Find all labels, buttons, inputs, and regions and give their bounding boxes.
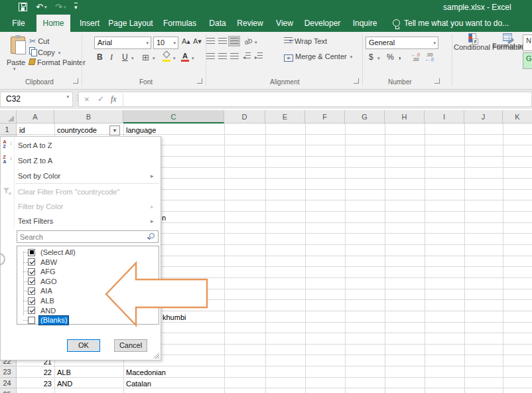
orientation-button[interactable]: ab xyxy=(243,36,253,46)
tab-formulas[interactable]: Formulas xyxy=(160,15,200,32)
search-icon[interactable] xyxy=(149,233,155,238)
ok-button[interactable]: OK xyxy=(67,339,100,352)
tell-me-box[interactable]: Tell me what you want to do... xyxy=(404,15,509,32)
font-size-combobox[interactable]: 10▾ xyxy=(153,37,178,49)
tab-inquire[interactable]: Inquire xyxy=(348,15,382,32)
number-dialog-launcher-icon[interactable] xyxy=(434,78,440,84)
col-header-g[interactable]: G xyxy=(345,110,385,123)
format-as-table-button[interactable]: Format as Table ▾ xyxy=(492,33,523,50)
borders-button[interactable]: ⊞ xyxy=(142,52,149,62)
cell-c9-overflow-fragment[interactable]: n xyxy=(162,212,166,223)
cell-c23[interactable]: Macedonian xyxy=(126,367,166,378)
number-format-combobox[interactable]: General▾ xyxy=(366,37,438,49)
row-header-24[interactable]: 24 xyxy=(0,378,14,388)
checkbox-checked-icon[interactable] xyxy=(28,287,35,295)
filter-item-select-all[interactable]: (Select All) xyxy=(17,248,159,258)
percent-style-button[interactable]: % xyxy=(387,52,394,62)
cell-style-normal[interactable]: N xyxy=(523,35,532,51)
col-header-i[interactable]: I xyxy=(425,110,464,123)
tab-view[interactable]: View xyxy=(272,15,297,32)
tab-insert[interactable]: Insert xyxy=(74,15,105,32)
cell-a23[interactable]: 22 xyxy=(17,367,52,378)
format-painter-button[interactable]: Format Painter xyxy=(29,58,86,66)
tab-page-layout[interactable]: Page Layout xyxy=(106,15,155,32)
merge-center-button[interactable]: ◂▸ Merge & Center ▾ xyxy=(284,52,352,62)
formula-input[interactable] xyxy=(125,92,530,106)
cancel-entry-icon[interactable]: × xyxy=(84,94,90,104)
tab-review[interactable]: Review xyxy=(233,15,267,32)
conditional-formatting-button[interactable]: ≠ Conditional Formatting ▾ xyxy=(454,33,491,51)
grow-font-button[interactable]: A▴ xyxy=(182,37,190,46)
top-align-button[interactable] xyxy=(204,36,216,46)
countrycode-filter-dropdown-button[interactable]: ▼ xyxy=(109,125,120,135)
accounting-format-button[interactable]: $ xyxy=(369,52,373,62)
filter-item-alb[interactable]: ALB xyxy=(17,296,159,306)
tab-file[interactable]: File xyxy=(5,15,32,32)
tab-data[interactable]: Data xyxy=(204,15,231,32)
sort-a-to-z-item[interactable]: AZ↓ Sort A to Z xyxy=(1,137,161,153)
filter-search-input[interactable] xyxy=(17,231,143,242)
col-header-h[interactable]: H xyxy=(385,110,425,123)
font-dialog-launcher-icon[interactable] xyxy=(197,78,202,84)
checkbox-indeterminate-icon[interactable] xyxy=(28,249,35,256)
cell-a24[interactable]: 23 xyxy=(17,378,52,389)
comma-style-button[interactable]: , xyxy=(399,51,401,60)
enter-entry-icon[interactable]: ✓ xyxy=(98,94,104,104)
row-header-23[interactable]: 23 xyxy=(0,366,14,377)
bottom-align-button[interactable] xyxy=(228,36,240,46)
shrink-font-button[interactable]: A▾ xyxy=(193,37,202,46)
col-header-a[interactable]: A xyxy=(17,110,54,123)
cell-b24[interactable]: AND xyxy=(57,378,72,389)
row-header-25[interactable]: 25 xyxy=(0,389,14,393)
align-right-button[interactable] xyxy=(228,51,240,62)
cell-b1[interactable]: countrycode xyxy=(57,125,97,135)
alignment-dialog-launcher-icon[interactable] xyxy=(354,78,359,84)
qat-customize-button[interactable]: ▾ xyxy=(74,2,78,13)
bold-button[interactable]: B xyxy=(97,52,103,62)
checkbox-checked-icon[interactable] xyxy=(28,277,35,285)
text-filters-item[interactable]: Text Filters▸ xyxy=(1,214,161,228)
filter-item-blanks[interactable]: (Blanks) xyxy=(17,315,159,325)
cell-c18-overflow-fragment[interactable]: khumbi xyxy=(163,312,186,323)
middle-align-button[interactable] xyxy=(216,36,228,46)
checkbox-unchecked-icon[interactable] xyxy=(28,317,35,324)
underline-button[interactable]: U xyxy=(122,52,128,62)
font-name-combobox[interactable]: Arial▾ xyxy=(94,37,151,49)
wrap-text-button[interactable]: ↩ Wrap Text xyxy=(284,37,327,45)
sort-by-color-item[interactable]: Sort by Color▸ xyxy=(1,168,161,183)
select-all-corner[interactable] xyxy=(0,110,17,123)
cell-c1[interactable]: language xyxy=(126,125,156,135)
font-color-button[interactable]: A xyxy=(180,52,190,62)
filter-item-aia[interactable]: AIA xyxy=(17,286,159,296)
filter-item-ago[interactable]: AGO xyxy=(17,277,159,287)
decrease-decimal-button[interactable]: .00←.0 xyxy=(425,52,434,62)
col-header-c[interactable]: C xyxy=(123,110,224,123)
cell-style-good[interactable]: G xyxy=(523,52,532,69)
row-header-1[interactable]: 1 xyxy=(0,124,14,135)
fill-color-button[interactable] xyxy=(162,52,171,62)
col-header-k[interactable]: K xyxy=(503,110,532,123)
save-icon[interactable] xyxy=(19,3,27,11)
undo-button[interactable]: ↶▾ xyxy=(36,2,46,13)
col-header-b[interactable]: B xyxy=(54,110,123,123)
increase-decimal-button[interactable]: ←.0.00 xyxy=(411,52,420,62)
cancel-button[interactable]: Cancel xyxy=(114,339,147,352)
col-header-f[interactable]: F xyxy=(305,110,345,123)
checkbox-checked-icon[interactable] xyxy=(28,268,35,275)
filter-item-and[interactable]: AND xyxy=(17,306,159,316)
increase-indent-button[interactable]: ▸ xyxy=(255,52,263,60)
tab-developer[interactable]: Developer xyxy=(300,15,345,32)
filter-item-afg[interactable]: AFG xyxy=(17,267,159,277)
name-box[interactable]: C32 ▾ xyxy=(0,92,73,107)
col-header-j[interactable]: J xyxy=(464,110,503,123)
cell-b23[interactable]: ALB xyxy=(57,367,71,378)
italic-button[interactable]: I xyxy=(110,52,113,62)
checkbox-checked-icon[interactable] xyxy=(28,307,35,314)
align-center-button[interactable] xyxy=(216,51,228,62)
filter-item-abw[interactable]: ABW xyxy=(17,258,159,268)
cell-c24[interactable]: Catalan xyxy=(126,378,151,389)
cut-button[interactable]: ✂ Cut xyxy=(29,37,49,46)
decrease-indent-button[interactable]: ◂ xyxy=(243,52,251,60)
redo-button[interactable]: ↷▾ xyxy=(55,2,66,13)
copy-button[interactable]: Copy ▾ xyxy=(29,47,60,56)
